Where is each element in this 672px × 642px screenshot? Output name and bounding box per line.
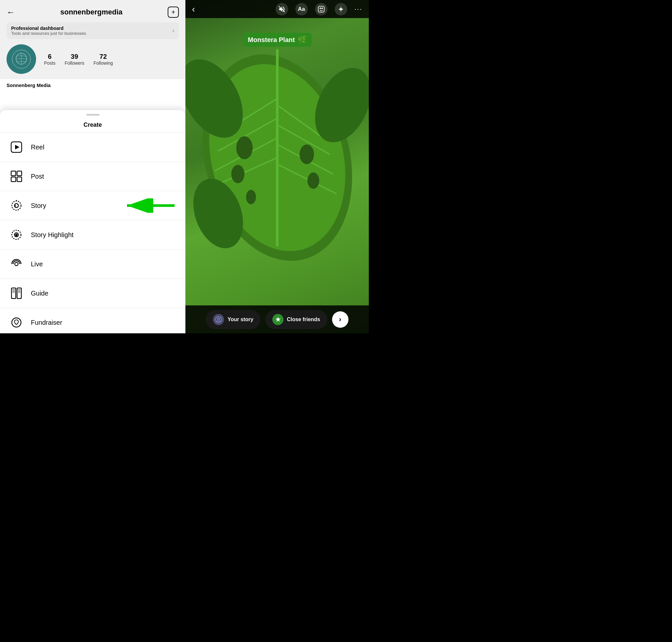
posts-label: Posts xyxy=(44,61,55,66)
story-label: Story xyxy=(31,202,46,209)
close-friends-button[interactable]: ★ Close friends xyxy=(265,310,327,329)
svg-rect-44 xyxy=(318,6,324,12)
svg-rect-3 xyxy=(11,171,16,176)
story-sticker[interactable]: Monstera Plant 🌿 xyxy=(242,33,312,47)
svg-point-37 xyxy=(231,165,245,183)
following-count: 72 xyxy=(100,53,107,61)
pro-dashboard-text: Professional dashboard Tools and resourc… xyxy=(11,26,87,36)
sheet-title: Create xyxy=(0,119,185,133)
sheet-handle xyxy=(86,114,100,116)
story-back-button[interactable]: ‹ xyxy=(192,4,195,14)
story-viewer-panel: ‹ Aa xyxy=(185,0,369,333)
svg-point-16 xyxy=(15,262,18,266)
reel-label: Reel xyxy=(31,143,44,151)
svg-point-36 xyxy=(300,144,314,164)
followers-stat: 39 Followers xyxy=(65,53,84,66)
menu-item-guide[interactable]: Guide xyxy=(0,279,185,308)
sticker-button[interactable] xyxy=(315,3,328,15)
profile-info: 6 Posts 39 Followers 72 Following xyxy=(6,44,179,74)
svg-rect-18 xyxy=(17,288,21,298)
your-story-label: Your story xyxy=(227,317,253,322)
stats-row: 6 Posts 39 Followers 72 Following xyxy=(44,53,113,66)
chevron-right-icon: › xyxy=(172,27,174,34)
svg-marker-2 xyxy=(15,145,19,150)
reel-icon xyxy=(9,140,24,154)
close-friends-label: Close friends xyxy=(287,317,320,322)
posts-stat: 6 Posts xyxy=(44,53,55,66)
top-bar: ← sonnenbergmedia + xyxy=(6,7,179,18)
live-label: Live xyxy=(31,260,43,268)
menu-item-story-highlight[interactable]: Story Highlight xyxy=(0,220,185,249)
menu-item-post[interactable]: Post xyxy=(0,162,185,191)
svg-rect-6 xyxy=(17,177,22,182)
create-bottom-sheet: Create Reel Post xyxy=(0,110,185,333)
fundraiser-label: Fundraiser xyxy=(31,319,62,326)
avatar xyxy=(6,44,36,74)
svg-rect-17 xyxy=(12,288,16,298)
text-button[interactable]: Aa xyxy=(295,3,308,15)
svg-text:+: + xyxy=(14,204,16,207)
green-arrow xyxy=(124,198,176,213)
mute-button[interactable] xyxy=(276,3,288,15)
story-top-bar: ‹ Aa xyxy=(185,0,369,18)
story-bottom-bar: Your story ★ Close friends › xyxy=(185,305,369,333)
pro-dashboard-subtitle: Tools and resources just for businesses. xyxy=(11,31,87,36)
pro-dashboard-title: Professional dashboard xyxy=(11,26,87,31)
profile-display-name: Sonnenberg Media xyxy=(0,79,185,88)
more-options-button[interactable]: ··· xyxy=(354,5,362,13)
svg-point-48 xyxy=(218,318,220,320)
your-story-icon xyxy=(213,314,224,325)
sticker-emoji: 🌿 xyxy=(298,36,306,44)
close-friends-icon: ★ xyxy=(272,314,284,325)
next-button[interactable]: › xyxy=(332,311,348,328)
svg-point-7 xyxy=(12,201,21,210)
guide-icon xyxy=(9,286,24,300)
guide-label: Guide xyxy=(31,290,48,297)
svg-point-39 xyxy=(246,190,256,204)
sparkle-button[interactable] xyxy=(335,3,347,15)
followers-count: 39 xyxy=(71,53,78,61)
story-icon: + xyxy=(9,198,24,213)
professional-dashboard-banner[interactable]: Professional dashboard Tools and resourc… xyxy=(6,22,179,39)
profile-background: ← sonnenbergmedia + Professional dashboa… xyxy=(0,0,185,79)
post-icon xyxy=(9,169,24,183)
svg-point-23 xyxy=(12,318,21,327)
svg-point-38 xyxy=(307,172,319,189)
menu-item-live[interactable]: Live xyxy=(0,249,185,279)
live-icon xyxy=(9,257,24,271)
following-stat: 72 Following xyxy=(93,53,113,66)
menu-item-story[interactable]: + Story xyxy=(0,191,185,220)
svg-point-46 xyxy=(321,8,322,9)
svg-rect-5 xyxy=(11,177,16,182)
svg-point-35 xyxy=(236,136,253,159)
username-title: sonnenbergmedia xyxy=(61,8,122,16)
fundraiser-icon xyxy=(9,315,24,330)
followers-label: Followers xyxy=(65,61,84,66)
svg-point-45 xyxy=(320,8,321,9)
story-background: ‹ Aa xyxy=(185,0,369,333)
menu-item-fundraiser[interactable]: Fundraiser xyxy=(0,308,185,333)
svg-rect-4 xyxy=(17,171,22,176)
posts-count: 6 xyxy=(48,53,52,61)
add-button[interactable]: + xyxy=(168,7,179,18)
post-label: Post xyxy=(31,173,44,180)
menu-item-reel[interactable]: Reel xyxy=(0,133,185,162)
story-highlight-label: Story Highlight xyxy=(31,231,74,239)
story-controls: Aa ··· xyxy=(276,3,362,15)
your-story-button[interactable]: Your story xyxy=(206,310,261,329)
story-highlight-icon xyxy=(9,228,24,242)
following-label: Following xyxy=(93,61,113,66)
left-panel: ← sonnenbergmedia + Professional dashboa… xyxy=(0,0,185,333)
sticker-text: Monstera Plant xyxy=(248,36,295,44)
back-button[interactable]: ← xyxy=(6,7,15,17)
